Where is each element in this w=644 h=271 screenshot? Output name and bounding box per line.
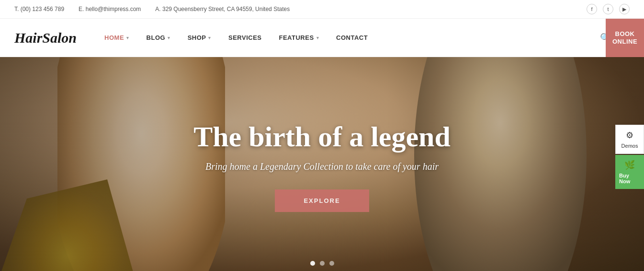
hero-slider-dots — [310, 261, 334, 266]
top-bar: T. (00) 123 456 789 E. hello@thimpress.c… — [0, 0, 644, 19]
book-online-button[interactable]: BOOK ONLINE — [606, 19, 644, 57]
hero-section: The birth of a legend Bring home a Legen… — [0, 57, 644, 271]
chevron-down-icon: ▾ — [126, 35, 129, 40]
chevron-down-icon: ▾ — [208, 35, 211, 40]
email-address: E. hello@thimpress.com — [79, 6, 141, 12]
nav-item-shop[interactable]: SHOP ▾ — [179, 19, 220, 57]
nav-item-blog[interactable]: BLOG ▾ — [138, 19, 179, 57]
hero-subtitle: Bring home a Legendary Collection to tak… — [205, 161, 439, 172]
nav-item-features[interactable]: FEATURES ▾ — [270, 19, 328, 57]
nav-item-contact[interactable]: CONTACT — [328, 19, 376, 57]
slider-dot-2[interactable] — [320, 261, 325, 266]
slider-dot-1[interactable] — [310, 261, 315, 266]
side-panel: ⚙ Demos 🌿 Buy Now — [615, 125, 644, 189]
hero-content: The birth of a legend Bring home a Legen… — [0, 57, 644, 271]
chevron-down-icon: ▾ — [316, 35, 319, 40]
top-bar-contact-info: T. (00) 123 456 789 E. hello@thimpress.c… — [14, 6, 290, 12]
demos-button[interactable]: ⚙ Demos — [615, 125, 644, 154]
facebook-link[interactable]: f — [587, 4, 597, 14]
header: HairSalon HOME ▾ BLOG ▾ SHOP ▾ SERVICES … — [0, 19, 644, 57]
slider-dot-3[interactable] — [329, 261, 334, 266]
leaf-icon: 🌿 — [624, 160, 635, 170]
twitter-link[interactable]: t — [603, 4, 613, 14]
phone-number: T. (00) 123 456 789 — [14, 6, 64, 12]
nav-item-services[interactable]: SERVICES — [220, 19, 271, 57]
explore-button[interactable]: EXPLORE — [275, 189, 369, 212]
social-links: f t ▶ — [587, 4, 630, 14]
buy-now-button[interactable]: 🌿 Buy Now — [615, 155, 644, 189]
street-address: A. 329 Queensberry Street, CA 94559, Uni… — [155, 6, 290, 12]
chevron-down-icon: ▾ — [168, 35, 170, 40]
youtube-link[interactable]: ▶ — [619, 4, 630, 14]
nav-item-home[interactable]: HOME ▾ — [96, 19, 138, 57]
gear-icon: ⚙ — [626, 130, 633, 141]
site-logo[interactable]: HairSalon — [14, 30, 77, 46]
main-nav: HOME ▾ BLOG ▾ SHOP ▾ SERVICES FEATURES ▾… — [96, 19, 600, 57]
hero-title: The birth of a legend — [193, 121, 451, 153]
